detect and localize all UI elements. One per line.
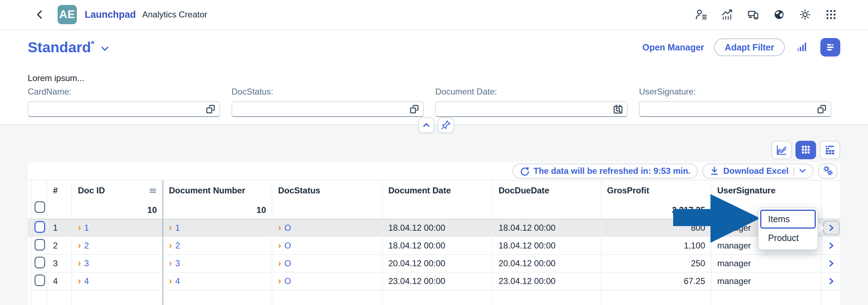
pin-filter-button[interactable]	[438, 117, 454, 133]
globe-button[interactable]	[773, 8, 786, 21]
collapse-filter-button[interactable]	[418, 117, 435, 133]
row-navigate-button[interactable]	[823, 221, 840, 235]
open-manager-link[interactable]: Open Manager	[642, 42, 704, 53]
column-header-doc-id[interactable]: Doc ID 10	[72, 181, 163, 219]
variant-selector[interactable]: Standard*	[28, 39, 94, 56]
cardname-input[interactable]	[28, 101, 220, 117]
devices-icon	[747, 9, 759, 20]
cell-usersignature: manager	[711, 272, 821, 290]
bar-chart-icon	[796, 41, 809, 53]
popup-item-product[interactable]: Product	[760, 229, 816, 247]
document-date-input[interactable]	[435, 101, 628, 117]
document-number-total: 10	[169, 205, 266, 215]
cell-index: 1	[47, 219, 72, 237]
row-navigate-button[interactable]	[823, 239, 840, 253]
doc-id-link[interactable]: ›3	[78, 258, 89, 268]
analytics-button[interactable]	[721, 8, 734, 21]
popup-item-items[interactable]: Items	[760, 210, 816, 229]
cell-document-date: 18.04.12 00:00	[382, 219, 492, 237]
docstatus-link[interactable]: ›O	[278, 241, 291, 251]
doc-id-link[interactable]: ›1	[78, 223, 89, 233]
value-help-button[interactable]	[409, 104, 420, 114]
table-toolbar: The data will be refreshed in: 9:53 min.…	[28, 162, 840, 181]
product-title: Launchpad	[85, 9, 136, 20]
drilldown-chevron-icon: ›	[169, 258, 172, 268]
cell-doc-id: ›3	[72, 255, 163, 272]
value-help-button[interactable]	[205, 104, 216, 114]
docstatus-link[interactable]: ›O	[278, 276, 291, 286]
row-navigate-button[interactable]	[823, 256, 840, 271]
app-finder-button[interactable]	[825, 8, 837, 21]
adapt-filter-button[interactable]: Adapt Filter	[714, 38, 785, 56]
column-header-index[interactable]: #	[47, 181, 72, 219]
row-navigate-button[interactable]	[823, 274, 840, 288]
row-checkbox[interactable]	[34, 257, 45, 268]
document-number-link[interactable]: ›1	[169, 223, 180, 233]
cell-docduedate: 20.04.12 00:00	[492, 255, 601, 272]
appearance-button[interactable]	[799, 8, 811, 21]
table-row: 2 ›2 ›2 ›O 18.04.12 00:00 18.04.12 00:00…	[28, 237, 840, 255]
grosprofit-total: 2,217.25	[607, 205, 705, 215]
cell-document-number: ›3	[163, 255, 272, 272]
docstatus-input[interactable]	[231, 101, 424, 117]
table-row: 3 ›3 ›3 ›O 20.04.12 00:00 20.04.12 00:00…	[28, 255, 840, 272]
grid-dots-icon	[825, 9, 837, 20]
custom-views-button[interactable]	[820, 38, 840, 57]
doc-id-link[interactable]: ›2	[78, 241, 89, 251]
drilldown-chevron-icon: ›	[169, 223, 172, 232]
column-header-document-date[interactable]: Document Date	[382, 181, 492, 219]
variant-chevron-button[interactable]	[101, 46, 109, 52]
date-picker-button[interactable]	[613, 104, 623, 114]
cell-document-date: 18.04.12 00:00	[382, 237, 492, 255]
cell-docstatus: ›O	[272, 255, 382, 272]
filter-bar-controls	[418, 117, 454, 133]
drilldown-chevron-icon: ›	[169, 276, 172, 285]
chart-toggle-button[interactable]	[795, 39, 810, 55]
cell-document-number: ›4	[163, 272, 272, 290]
value-help-button[interactable]	[816, 104, 827, 114]
filter-label-document-date: Document Date:	[435, 87, 628, 97]
chart-view-button[interactable]	[771, 141, 792, 159]
download-excel-button[interactable]: Download Excel |	[702, 164, 814, 179]
usersignature-input[interactable]	[639, 101, 831, 117]
calendar-search-icon	[613, 104, 623, 114]
column-header-grosprofit[interactable]: GrosProfit 2,217.25	[601, 181, 711, 219]
document-number-link[interactable]: ›2	[169, 241, 180, 251]
refresh-countdown-button[interactable]: The data will be refreshed in: 9:53 min.	[512, 164, 697, 179]
doc-id-total: 10	[78, 205, 157, 215]
chevron-down-icon	[799, 168, 806, 174]
drilldown-chevron-icon: ›	[78, 258, 81, 268]
doc-id-link[interactable]: ›4	[78, 276, 89, 286]
sort-indicator-icon	[149, 187, 157, 194]
table-view-button[interactable]	[795, 141, 816, 159]
docstatus-link[interactable]: ›O	[278, 223, 291, 233]
select-all-checkbox[interactable]	[34, 201, 45, 213]
select-all-header[interactable]	[31, 181, 47, 219]
column-header-docstatus[interactable]: DocStatus	[272, 181, 382, 219]
column-header-docduedate[interactable]: DocDueDate	[492, 181, 601, 219]
cell-index: 3	[47, 255, 72, 272]
filter-label-docstatus: DocStatus:	[231, 87, 424, 97]
cell-docstatus: ›O	[272, 272, 382, 290]
document-number-link[interactable]: ›4	[169, 276, 180, 286]
drilldown-chevron-icon: ›	[78, 241, 81, 250]
docstatus-link[interactable]: ›O	[278, 258, 291, 268]
document-number-link[interactable]: ›3	[169, 258, 180, 268]
table-settings-button[interactable]	[818, 164, 837, 179]
column-header-document-number[interactable]: Document Number 10	[163, 181, 272, 219]
back-button[interactable]	[33, 8, 46, 21]
row-checkbox[interactable]	[34, 274, 45, 286]
chevron-right-icon	[828, 259, 835, 267]
cell-docduedate: 18.04.12 00:00	[492, 237, 601, 255]
user-settings-button[interactable]	[695, 8, 708, 21]
drilldown-chevron-icon: ›	[278, 258, 281, 268]
pin-icon	[441, 120, 451, 130]
filter-label-usersignature: UserSignature:	[639, 87, 831, 97]
pivot-view-button[interactable]	[820, 141, 840, 159]
row-checkbox[interactable]	[34, 239, 45, 251]
devices-button[interactable]	[747, 8, 760, 21]
cell-grosprofit: 800	[601, 219, 711, 237]
table-row: 1 ›1 ›1 ›O 18.04.12 00:00 18.04.12 00:00…	[28, 219, 840, 237]
results-table-card: The data will be refreshed in: 9:53 min.…	[28, 162, 840, 305]
row-checkbox[interactable]	[34, 221, 45, 233]
